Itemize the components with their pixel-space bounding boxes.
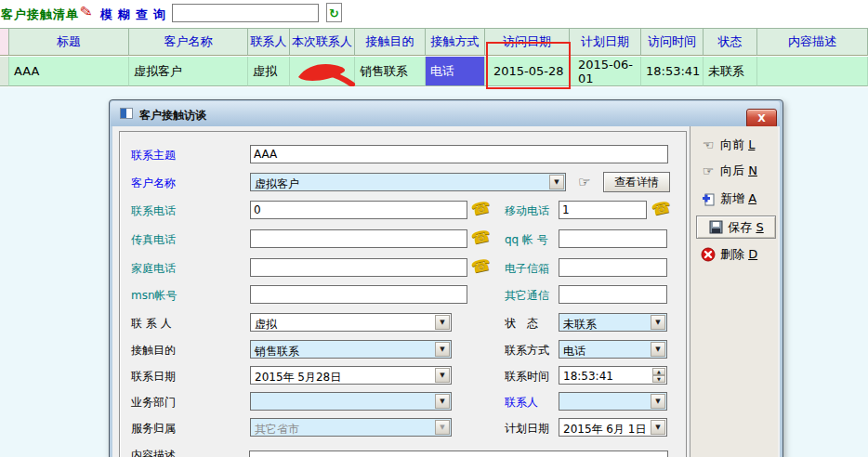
chevron-down-icon[interactable]: ▼: [435, 342, 450, 357]
contact-date-picker[interactable]: 2015年 5月28日 ▼: [250, 366, 452, 385]
pointer-hand-icon[interactable]: ☞: [578, 174, 590, 190]
table-cell-description[interactable]: [757, 57, 868, 86]
contact-phone-label: 联系电话: [131, 203, 176, 219]
contact-method-combo-value: 电话: [563, 344, 585, 359]
prev-button[interactable]: ☜ 向前 L: [701, 136, 775, 154]
purpose-combo[interactable]: 销售联系 ▼: [250, 340, 452, 359]
chevron-down-icon[interactable]: ▼: [435, 315, 450, 330]
dialog-titlebar[interactable]: 客户接触访谈 X: [111, 101, 780, 126]
add-button[interactable]: 新增 A: [701, 189, 775, 208]
spin-down-icon[interactable]: ▼: [652, 375, 665, 383]
chevron-down-icon[interactable]: ▼: [435, 368, 450, 383]
spin-up-icon[interactable]: ▲: [652, 368, 665, 375]
subject-input[interactable]: [250, 145, 668, 163]
contact-time-value: 18:53:41: [563, 370, 613, 383]
home-phone-label: 家庭电话: [131, 261, 176, 277]
table-header-visit-date[interactable]: 访问日期: [485, 28, 570, 56]
chevron-down-icon[interactable]: ▼: [435, 394, 450, 409]
table-cell-current-contact[interactable]: [290, 57, 355, 86]
table-cell-plan-date[interactable]: 2015-06-01: [570, 57, 641, 86]
table-header-current-contact[interactable]: 本次联系人: [290, 28, 355, 56]
table-cell-contact[interactable]: 虚拟: [248, 57, 290, 86]
prev-mnemonic: L: [748, 137, 755, 151]
chevron-down-icon[interactable]: ▼: [549, 175, 564, 189]
contact-date-value: 2015年 5月28日: [255, 370, 341, 385]
pen-icon: ✎: [79, 2, 94, 21]
view-detail-button[interactable]: 查看详情: [603, 172, 670, 192]
row-selector-cell[interactable]: [0, 57, 9, 86]
table-header-contact[interactable]: 联系人: [248, 28, 290, 56]
floppy-save-icon: [708, 220, 723, 234]
next-button-label: 向后: [720, 163, 744, 177]
other-comm-input[interactable]: [559, 285, 667, 304]
refresh-icon[interactable]: ↻: [326, 3, 342, 22]
email-input[interactable]: [559, 258, 667, 277]
contact-phone-input[interactable]: [250, 201, 467, 219]
panel-border-top: [119, 131, 686, 132]
table-header-plan-date[interactable]: 计划日期: [570, 28, 641, 56]
chevron-down-icon[interactable]: ▼: [651, 394, 665, 409]
table-header-description[interactable]: 内容描述: [757, 28, 868, 56]
other-comm-label: 其它通信: [505, 288, 549, 304]
chevron-down-icon[interactable]: ▼: [651, 315, 665, 330]
fax-phone-label: 传真电话: [131, 232, 176, 248]
subject-label: 联系主题: [131, 148, 176, 163]
prev-button-label: 向前: [720, 137, 744, 151]
plan-date-value: 2015年 6月 1日: [563, 422, 646, 437]
plan-date-label: 计划日期: [505, 421, 549, 437]
status-label: 状 态: [505, 316, 538, 332]
fax-phone-input[interactable]: [250, 229, 467, 248]
table-header-selector: [0, 28, 9, 56]
status-combo[interactable]: 未联系 ▼: [559, 313, 667, 332]
panel-border-left-highlight: [120, 132, 121, 457]
table-cell-customer-name[interactable]: 虚拟客户: [129, 57, 248, 86]
close-button[interactable]: X: [746, 109, 777, 128]
panel-border-right: [686, 131, 687, 457]
next-button[interactable]: ☞ 向后 N: [701, 162, 775, 180]
table-header-visit-time[interactable]: 访问时间: [641, 28, 704, 56]
customer-label: 客户名称: [131, 176, 176, 191]
contact-interview-dialog: 客户接触访谈 X 联系主题 客户名称 虚拟客户 ▼ ☞ 查看详情 联系电话 ☎ …: [109, 99, 783, 457]
contact-time-spinner[interactable]: 18:53:41 ▲ ▼: [559, 366, 667, 385]
hand-right-icon: ☞: [701, 163, 716, 178]
msn-input[interactable]: [250, 285, 467, 304]
table-header-status[interactable]: 状态: [704, 28, 757, 56]
table-header-customer-name[interactable]: 客户名称: [129, 28, 248, 56]
contact-person-combo[interactable]: 虚拟 ▼: [250, 313, 452, 332]
service-area-combo-disabled: 其它省市 ▼: [250, 418, 452, 437]
mobile-phone-input[interactable]: [559, 201, 647, 219]
qq-label: qq 帐 号: [505, 232, 548, 248]
save-button[interactable]: 保存 S: [696, 215, 776, 239]
contact-person2-label: 联系人: [505, 395, 538, 411]
qq-input[interactable]: [559, 229, 667, 248]
table-cell-title[interactable]: AAA: [9, 57, 129, 86]
table-cell-visit-time[interactable]: 18:53:41: [641, 57, 704, 86]
page: 客户接触清单 ✎ 模糊查询 ↻ 标题 客户名称 联系人 本次联系人 接触目的 接…: [0, 0, 868, 457]
page-title: 客户接触清单: [1, 7, 79, 23]
customer-combo[interactable]: 虚拟客户 ▼: [250, 173, 566, 191]
table-header-purpose[interactable]: 接触目的: [355, 28, 426, 56]
new-document-icon: [701, 192, 716, 206]
contact-date-label: 联系日期: [131, 369, 176, 385]
mobile-phone-label: 移动电话: [505, 203, 549, 219]
table-header-method[interactable]: 接触方式: [426, 28, 485, 56]
search-input[interactable]: [172, 4, 319, 22]
home-phone-input[interactable]: [250, 258, 467, 277]
table-cell-method-selected[interactable]: 电话: [426, 57, 485, 86]
description-input[interactable]: [249, 450, 668, 457]
plan-date-picker[interactable]: 2015年 6月 1日 ▼: [559, 418, 667, 437]
table-cell-status[interactable]: 未联系: [704, 57, 757, 86]
table-cell-visit-date[interactable]: 2015-05-28: [485, 57, 570, 86]
chevron-down-icon: ▼: [435, 420, 450, 435]
contact-person2-combo[interactable]: ▼: [559, 392, 667, 411]
chevron-down-icon[interactable]: ▼: [651, 342, 665, 357]
hand-left-icon: ☜: [701, 137, 716, 152]
table-header-title[interactable]: 标题: [9, 28, 129, 56]
contact-method-combo[interactable]: 电话 ▼: [559, 340, 667, 359]
table-cell-purpose[interactable]: 销售联系: [355, 57, 426, 86]
business-dept-combo[interactable]: ▼: [250, 392, 452, 411]
delete-button[interactable]: 删除 D: [701, 245, 775, 264]
chevron-down-icon[interactable]: ▼: [651, 420, 665, 435]
contact-person-combo-value: 虚拟: [255, 317, 277, 333]
email-label: 电子信箱: [505, 261, 549, 277]
